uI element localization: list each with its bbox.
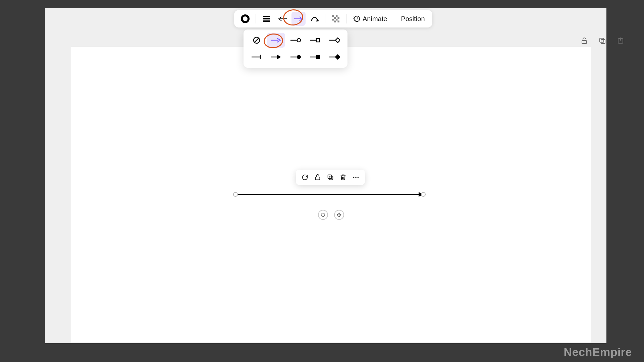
line-weight-button[interactable] <box>259 12 273 26</box>
end-diamond-open-option[interactable] <box>325 33 343 48</box>
line-start-icon <box>277 15 287 22</box>
svg-rect-11 <box>336 15 337 17</box>
trash-icon <box>339 174 347 181</box>
position-label: Position <box>401 15 425 23</box>
toolbar-divider <box>394 14 394 23</box>
svg-rect-13 <box>337 17 339 19</box>
animate-icon <box>353 15 361 22</box>
duplicate-icon <box>327 174 334 181</box>
canvas-line-shape[interactable] <box>235 193 423 196</box>
circle-solid-icon <box>290 54 301 60</box>
duplicate-button[interactable] <box>325 172 336 183</box>
svg-rect-7 <box>263 20 270 22</box>
end-square-open-option[interactable] <box>306 33 324 48</box>
line-body <box>238 194 419 195</box>
bar-icon <box>251 54 262 60</box>
more-icon <box>352 174 360 181</box>
svg-point-24 <box>297 39 301 42</box>
end-arrow-open-option[interactable] <box>267 33 285 48</box>
end-circle-solid-option[interactable] <box>286 50 305 64</box>
toolbar-divider <box>346 14 346 23</box>
arrow-open-icon <box>270 37 282 44</box>
copy-button[interactable] <box>598 36 607 46</box>
svg-rect-40 <box>329 176 333 180</box>
svg-rect-17 <box>337 20 339 22</box>
line-weight-icon <box>262 14 271 23</box>
animate-label: Animate <box>363 15 387 23</box>
end-bar-option[interactable] <box>248 50 266 64</box>
svg-point-18 <box>354 16 360 22</box>
line-color-icon <box>240 14 250 23</box>
rotate-icon <box>320 212 326 218</box>
svg-rect-2 <box>600 38 604 42</box>
dropdown-row <box>248 50 343 64</box>
svg-rect-0 <box>582 41 587 44</box>
svg-point-34 <box>297 55 301 59</box>
svg-rect-28 <box>335 38 340 43</box>
line-style-button[interactable] <box>308 12 322 26</box>
end-circle-open-option[interactable] <box>286 33 305 48</box>
element-context-toolbar <box>296 170 365 185</box>
svg-rect-12 <box>334 17 336 19</box>
svg-rect-16 <box>334 20 336 22</box>
sync-button[interactable] <box>299 172 311 183</box>
arrow-solid-icon <box>270 54 282 60</box>
dropdown-row <box>248 33 343 48</box>
delete-button[interactable] <box>337 172 349 183</box>
line-color-button[interactable] <box>238 12 252 26</box>
svg-rect-39 <box>316 177 320 180</box>
rotate-handle[interactable] <box>318 210 328 220</box>
svg-point-46 <box>358 177 359 178</box>
svg-marker-32 <box>277 55 281 59</box>
line-end-handle[interactable] <box>421 192 426 197</box>
transparency-icon <box>331 14 340 23</box>
unlock-button[interactable] <box>580 36 589 46</box>
svg-rect-15 <box>336 19 337 20</box>
watermark-text: NechEmpire <box>564 346 632 359</box>
svg-rect-10 <box>332 15 334 17</box>
line-start-handle[interactable] <box>233 192 238 197</box>
square-solid-icon <box>309 54 321 60</box>
none-icon <box>252 36 261 45</box>
line-end-icon <box>293 15 304 22</box>
svg-point-45 <box>355 177 357 178</box>
animate-button[interactable]: Animate <box>350 12 390 26</box>
transparency-button[interactable] <box>329 12 343 26</box>
svg-rect-5 <box>263 16 270 17</box>
line-end-button[interactable] <box>291 12 306 26</box>
move-icon <box>336 212 342 218</box>
line-start-button[interactable] <box>275 12 289 26</box>
end-none-option[interactable] <box>248 33 266 48</box>
toolbar-divider <box>325 14 325 23</box>
toolbar-divider <box>256 14 256 23</box>
share-button[interactable] <box>616 36 625 46</box>
lock-button[interactable] <box>312 172 323 183</box>
line-style-icon <box>310 14 319 23</box>
svg-rect-1 <box>601 40 605 44</box>
svg-rect-36 <box>316 55 320 59</box>
svg-rect-6 <box>263 18 270 19</box>
shape-transform-handles <box>318 210 344 220</box>
unlock-icon <box>580 37 588 45</box>
position-button[interactable]: Position <box>397 12 428 26</box>
square-open-icon <box>309 37 321 44</box>
diamond-open-icon <box>329 37 340 44</box>
more-button[interactable] <box>350 172 362 183</box>
svg-rect-41 <box>328 175 332 179</box>
svg-rect-38 <box>335 54 340 60</box>
copy-icon <box>598 37 606 45</box>
lock-icon <box>314 174 321 181</box>
sync-icon <box>301 174 309 181</box>
svg-line-21 <box>254 38 259 43</box>
circle-open-icon <box>290 37 301 44</box>
svg-point-4 <box>242 15 249 22</box>
svg-rect-14 <box>332 19 334 20</box>
end-arrow-solid-option[interactable] <box>267 50 285 64</box>
end-diamond-solid-option[interactable] <box>325 50 343 64</box>
diamond-solid-icon <box>329 54 340 60</box>
line-end-dropdown <box>244 29 347 68</box>
move-handle[interactable] <box>334 210 344 220</box>
svg-point-44 <box>353 177 355 178</box>
end-square-solid-option[interactable] <box>306 50 324 64</box>
line-toolbar: Animate Position <box>234 10 432 27</box>
